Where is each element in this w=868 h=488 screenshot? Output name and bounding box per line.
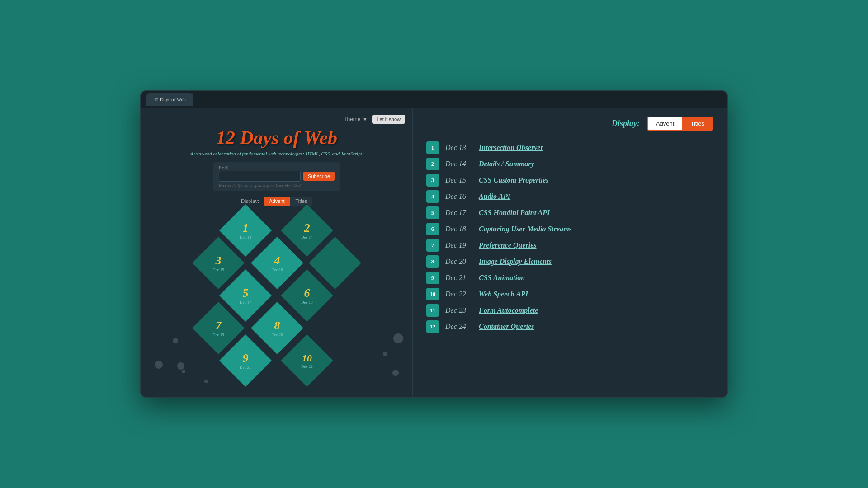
list-item: 8Dec 20Image Display Elements: [426, 255, 713, 268]
list-item: 9Dec 21CSS Animation: [426, 272, 713, 284]
diamond-date-6: Dec 18: [301, 300, 313, 305]
bubble-decoration: [392, 370, 399, 376]
bubble-decoration: [204, 380, 208, 383]
diamond-date-1: Dec 13: [240, 235, 251, 239]
item-title-7[interactable]: Preference Queries: [479, 241, 537, 249]
theme-button[interactable]: Theme ▼: [344, 116, 368, 122]
item-date-1: Dec 13: [445, 144, 472, 152]
item-title-6[interactable]: Capturing User Media Streams: [479, 225, 572, 233]
item-date-6: Dec 18: [445, 225, 472, 233]
item-date-9: Dec 21: [445, 274, 472, 282]
diamond-num-10: 10: [301, 352, 313, 364]
browser-bar: 12 Days of Web: [141, 91, 727, 108]
bubble-decoration: [155, 361, 163, 369]
item-date-2: Dec 14: [445, 160, 472, 168]
email-form: Email Subscribe Receive daily emails upd…: [213, 162, 340, 191]
item-badge-7: 7: [426, 239, 439, 252]
diamond-date-2: Dec 14: [301, 235, 313, 239]
snow-button[interactable]: Let it snow: [372, 115, 405, 124]
diamond-date-7: Dec 19: [212, 333, 224, 337]
item-date-12: Dec 24: [445, 323, 472, 331]
diamond-date-8: Dec 20: [271, 333, 283, 337]
list-item: 7Dec 19Preference Queries: [426, 239, 713, 252]
diamond-num-7: 7: [212, 319, 224, 333]
list-item: 6Dec 18Capturing User Media Streams: [426, 223, 713, 235]
item-date-11: Dec 23: [445, 306, 472, 314]
bubble-decoration: [182, 370, 185, 373]
item-badge-4: 4: [426, 190, 439, 203]
display-toggle-row: Display: Advent Titles: [241, 197, 313, 206]
page-title: 12 Days of Web: [216, 127, 337, 148]
list-item: 10Dec 22Web Speech API: [426, 288, 713, 300]
item-title-8[interactable]: Image Display Elements: [479, 258, 552, 266]
item-title-3[interactable]: CSS Custom Properties: [479, 176, 549, 184]
diamond-date-5: Dec 17: [240, 300, 251, 305]
browser-window: 12 Days of Web Theme ▼ Let it snow 12 Da…: [140, 90, 728, 398]
item-title-5[interactable]: CSS Houdini Paint API: [479, 209, 550, 217]
browser-tab[interactable]: 12 Days of Web: [146, 93, 193, 106]
item-badge-10: 10: [426, 288, 439, 300]
list-item: 12Dec 24Container Queries: [426, 320, 713, 333]
item-badge-2: 2: [426, 158, 439, 170]
item-title-1[interactable]: Intersection Observer: [479, 144, 543, 152]
diamond-num-5: 5: [240, 286, 251, 300]
list-item: 5Dec 17CSS Houdini Paint API: [426, 206, 713, 219]
bubble-decoration: [177, 362, 184, 370]
diamond-date-10: Dec 22: [301, 364, 313, 369]
bubble-decoration: [383, 352, 387, 356]
titles-toggle-right[interactable]: Titles: [682, 117, 712, 130]
diamond-grid: 1 Dec 13 2 Dec 14 3 Dec 15: [200, 212, 354, 343]
item-title-10[interactable]: Web Speech API: [479, 290, 528, 298]
display-label: Display:: [241, 198, 259, 205]
item-badge-5: 5: [426, 206, 439, 219]
item-date-3: Dec 15: [445, 176, 472, 184]
item-badge-6: 6: [426, 223, 439, 235]
right-header: Display: Advent Titles: [426, 117, 713, 131]
item-date-4: Dec 16: [445, 192, 472, 201]
diamond-num-8: 8: [271, 319, 283, 333]
item-title-11[interactable]: Form Autocomplete: [479, 306, 538, 314]
advent-toggle-right[interactable]: Advent: [648, 117, 682, 130]
list-item: 4Dec 16Audio API: [426, 190, 713, 203]
diamond-num-6: 6: [301, 286, 313, 300]
email-row: Subscribe: [219, 171, 335, 182]
email-label: Email: [219, 165, 335, 170]
item-title-2[interactable]: Details / Summary: [479, 160, 534, 168]
item-date-10: Dec 22: [445, 290, 472, 298]
list-item: 2Dec 14Details / Summary: [426, 158, 713, 170]
toggle-group-right: Advent Titles: [647, 117, 713, 131]
display-toggle-group: Advent Titles: [264, 197, 312, 206]
right-panel: Display: Advent Titles 1Dec 13Intersecti…: [412, 108, 727, 397]
item-badge-8: 8: [426, 255, 439, 268]
titles-toggle-button[interactable]: Titles: [290, 197, 313, 206]
left-panel: Theme ▼ Let it snow 12 Days of Web A yea…: [141, 108, 412, 397]
item-title-12[interactable]: Container Queries: [479, 323, 534, 331]
diamond-num-1: 1: [240, 221, 251, 235]
item-badge-9: 9: [426, 272, 439, 284]
diamond-date-4: Dec 16: [271, 267, 283, 272]
diamond-num-4: 4: [271, 254, 283, 267]
top-bar: Theme ▼ Let it snow: [148, 115, 405, 124]
item-badge-12: 12: [426, 320, 439, 333]
item-date-8: Dec 20: [445, 258, 472, 266]
item-badge-3: 3: [426, 174, 439, 187]
browser-content: Theme ▼ Let it snow 12 Days of Web A yea…: [141, 108, 727, 397]
page-subtitle: A year-end celebration of fundamental we…: [190, 151, 363, 156]
diamond-date-3: Dec 15: [212, 267, 224, 272]
subscribe-button[interactable]: Subscribe: [303, 172, 335, 181]
diamond-num-2: 2: [301, 221, 313, 235]
item-title-4[interactable]: Audio API: [479, 192, 510, 201]
advent-toggle-button[interactable]: Advent: [264, 197, 290, 206]
item-title-9[interactable]: CSS Animation: [479, 274, 525, 282]
bubble-decoration: [393, 333, 403, 343]
email-input[interactable]: [219, 171, 301, 182]
list-item: 1Dec 13Intersection Observer: [426, 141, 713, 154]
diamond-num-9: 9: [240, 352, 251, 365]
item-date-5: Dec 17: [445, 209, 472, 217]
item-badge-11: 11: [426, 304, 439, 317]
list-items: 1Dec 13Intersection Observer2Dec 14Detai…: [426, 141, 713, 333]
item-date-7: Dec 19: [445, 241, 472, 249]
diamond-num-3: 3: [212, 254, 224, 267]
chevron-down-icon: ▼: [363, 116, 368, 122]
email-hint: Receive daily emails updates from Decemb…: [219, 183, 335, 188]
